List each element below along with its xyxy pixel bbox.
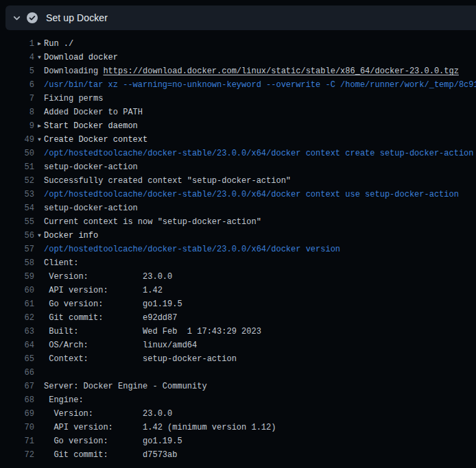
line-number[interactable]: 49 <box>0 133 34 147</box>
arrow-gutter <box>34 421 44 434</box>
group-expanded-icon[interactable]: ▼ <box>34 133 44 147</box>
command-text: /opt/hostedtoolcache/docker-stable/23.0.… <box>44 188 476 201</box>
log-line[interactable]: 1▶Run ./ <box>0 37 476 51</box>
log-text: Git commit: d7573ab <box>44 448 476 462</box>
line-number[interactable]: 9 <box>0 119 34 133</box>
log-text <box>44 366 476 380</box>
line-number[interactable]: 55 <box>0 215 34 229</box>
group-collapsed-icon[interactable]: ▶ <box>34 37 44 51</box>
line-number[interactable]: 6 <box>0 78 34 92</box>
log-line: 64 OS/Arch: linux/amd64 <box>0 338 476 352</box>
log-text: Go version: go1.19.5 <box>44 434 476 448</box>
log-line: 8Added Docker to PATH <box>0 106 476 119</box>
arrow-gutter <box>34 174 44 188</box>
step-header[interactable]: Set up Docker <box>5 5 476 30</box>
log-link[interactable]: https://download.docker.com/linux/static… <box>103 66 458 76</box>
arrow-gutter <box>34 380 44 393</box>
log-line[interactable]: 56▼Docker info <box>0 229 476 243</box>
line-number[interactable]: 66 <box>0 366 34 380</box>
arrow-gutter <box>34 284 44 297</box>
line-number[interactable]: 59 <box>0 270 34 284</box>
log-line: 59 Version: 23.0.0 <box>0 270 476 284</box>
line-number[interactable]: 67 <box>0 380 34 393</box>
arrow-gutter <box>34 434 44 448</box>
arrow-gutter <box>34 448 44 462</box>
arrow-gutter <box>34 64 44 78</box>
arrow-gutter <box>34 78 44 92</box>
line-number[interactable]: 58 <box>0 256 34 270</box>
line-number[interactable]: 5 <box>0 64 34 78</box>
line-number[interactable]: 62 <box>0 311 34 325</box>
group-expanded-icon[interactable]: ▼ <box>34 229 44 243</box>
log-line: 63 Built: Wed Feb 1 17:43:29 2023 <box>0 325 476 338</box>
command-text: /opt/hostedtoolcache/docker-stable/23.0.… <box>44 147 476 160</box>
log-text: Context: setup-docker-action <box>44 352 476 366</box>
line-number[interactable]: 60 <box>0 284 34 297</box>
line-number[interactable]: 7 <box>0 92 34 106</box>
log-line: 57/opt/hostedtoolcache/docker-stable/23.… <box>0 243 476 256</box>
log-area: 1▶Run ./4▼Download docker5Downloading ht… <box>0 37 476 462</box>
log-line: 65 Context: setup-docker-action <box>0 352 476 366</box>
line-number[interactable]: 8 <box>0 106 34 119</box>
log-line: 53/opt/hostedtoolcache/docker-stable/23.… <box>0 188 476 201</box>
log-text: OS/Arch: linux/amd64 <box>44 338 476 352</box>
line-number[interactable]: 61 <box>0 297 34 311</box>
line-number[interactable]: 1 <box>0 37 34 51</box>
log-line[interactable]: 4▼Download docker <box>0 51 476 64</box>
group-collapsed-icon[interactable]: ▶ <box>34 119 44 133</box>
log-line[interactable]: 9▶Start Docker daemon <box>0 119 476 133</box>
line-number[interactable]: 51 <box>0 160 34 174</box>
log-text: Version: 23.0.0 <box>44 407 476 421</box>
line-number[interactable]: 56 <box>0 229 34 243</box>
log-text: setup-docker-action <box>44 201 476 215</box>
line-number[interactable]: 64 <box>0 338 34 352</box>
arrow-gutter <box>34 338 44 352</box>
arrow-gutter <box>34 201 44 215</box>
line-number[interactable]: 70 <box>0 421 34 434</box>
log-text: Git commit: e92dd87 <box>44 311 476 325</box>
arrow-gutter <box>34 147 44 160</box>
arrow-gutter <box>34 311 44 325</box>
line-number[interactable]: 54 <box>0 201 34 215</box>
log-line: 6/usr/bin/tar xz --warning=no-unknown-ke… <box>0 78 476 92</box>
log-text: Current context is now "setup-docker-act… <box>44 215 476 229</box>
line-number[interactable]: 71 <box>0 434 34 448</box>
log-text-prefix: Downloading <box>44 66 103 76</box>
line-number[interactable]: 52 <box>0 174 34 188</box>
log-text: Successfully created context "setup-dock… <box>44 174 476 188</box>
log-line: 50/opt/hostedtoolcache/docker-stable/23.… <box>0 147 476 160</box>
line-number[interactable]: 4 <box>0 51 34 64</box>
line-number[interactable]: 50 <box>0 147 34 160</box>
log-line: 5Downloading https://download.docker.com… <box>0 64 476 78</box>
log-text: API version: 1.42 <box>44 284 476 297</box>
arrow-gutter <box>34 393 44 407</box>
group-expanded-icon[interactable]: ▼ <box>34 51 44 64</box>
arrow-gutter <box>34 243 44 256</box>
arrow-gutter <box>34 297 44 311</box>
line-number[interactable]: 53 <box>0 188 34 201</box>
arrow-gutter <box>34 352 44 366</box>
group-title: Docker info <box>44 229 476 243</box>
log-line: 66 <box>0 366 476 380</box>
log-line: 7Fixing perms <box>0 92 476 106</box>
log-line: 68 Engine: <box>0 393 476 407</box>
log-line: 61 Go version: go1.19.5 <box>0 297 476 311</box>
line-number[interactable]: 57 <box>0 243 34 256</box>
line-number[interactable]: 65 <box>0 352 34 366</box>
line-number[interactable]: 72 <box>0 448 34 462</box>
line-number[interactable]: 63 <box>0 325 34 338</box>
log-line: 55Current context is now "setup-docker-a… <box>0 215 476 229</box>
arrow-gutter <box>34 188 44 201</box>
arrow-gutter <box>34 325 44 338</box>
chevron-down-icon[interactable] <box>12 14 21 23</box>
group-title: Download docker <box>44 51 476 64</box>
log-line: 71 Go version: go1.19.5 <box>0 434 476 448</box>
log-line[interactable]: 49▼Create Docker context <box>0 133 476 147</box>
line-number[interactable]: 68 <box>0 393 34 407</box>
command-text: /usr/bin/tar xz --warning=no-unknown-key… <box>44 78 476 92</box>
log-text: Built: Wed Feb 1 17:43:29 2023 <box>44 325 476 338</box>
log-line: 58Client: <box>0 256 476 270</box>
command-text: /opt/hostedtoolcache/docker-stable/23.0.… <box>44 243 476 256</box>
line-number[interactable]: 69 <box>0 407 34 421</box>
check-circle-icon <box>27 12 38 23</box>
